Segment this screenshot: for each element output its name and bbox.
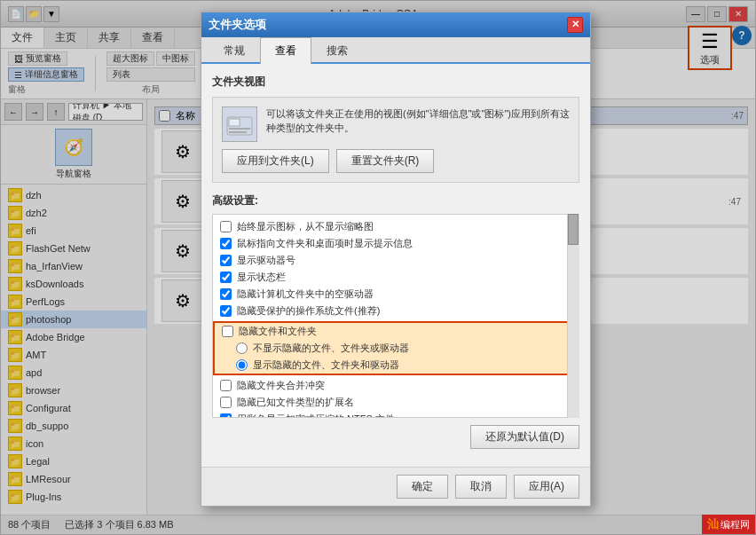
hide-known-ext-checkbox[interactable] <box>220 397 232 408</box>
apply-button[interactable]: 应用(A) <box>514 475 579 499</box>
restore-defaults-button[interactable]: 还原为默认值(D) <box>470 425 579 449</box>
dialog-overlay: 文件夹选项 ✕ 常规 查看 搜索 文件夹视图 <box>1 1 755 534</box>
show-hidden-radio[interactable] <box>236 359 248 371</box>
folder-options-dialog: 文件夹选项 ✕ 常规 查看 搜索 文件夹视图 <box>201 12 591 507</box>
checkbox-hide-empty[interactable]: 隐藏计算机文件夹中的空驱动器 <box>213 286 579 303</box>
ok-button[interactable]: 确定 <box>397 475 448 499</box>
advanced-list: 始终显示图标，从不显示缩略图 鼠标指向文件夹和桌面项时显示提示信息 显示驱动器号 <box>212 214 579 418</box>
svg-rect-1 <box>229 119 240 126</box>
dialog-footer: 确定 取消 应用(A) <box>201 467 590 506</box>
checkbox-show-info[interactable]: 鼠标指向文件夹和桌面项时显示提示信息 <box>213 235 579 252</box>
show-status-checkbox[interactable] <box>220 271 232 283</box>
checkbox-show-icons[interactable]: 始终显示图标，从不显示缩略图 <box>213 218 579 235</box>
folder-view-inner: 可以将该文件夹正在使用的视图(例如"详细信息"或"图标")应用到所有这种类型的文… <box>222 106 570 142</box>
dialog-title-bar: 文件夹选项 ✕ <box>201 12 590 37</box>
restore-btn-container: 还原为默认值(D) <box>212 425 579 449</box>
main-window: 📄 📁 ▼ Adobe Bridge CS4 — □ ✕ 文件 主页 共享 查看… <box>0 0 756 535</box>
dialog-close-button[interactable]: ✕ <box>567 17 583 33</box>
tab-general[interactable]: 常规 <box>209 37 260 64</box>
checkbox-hide-files[interactable]: 隐藏文件和文件夹 <box>215 323 577 340</box>
reset-folder-button[interactable]: 重置文件夹(R) <box>336 149 435 173</box>
no-show-hidden-radio[interactable] <box>236 342 248 354</box>
advanced-title: 高级设置: <box>212 193 579 208</box>
radio-show-hidden[interactable]: 显示隐藏的文件、文件夹和驱动器 <box>215 357 577 374</box>
folder-view-title: 文件夹视图 <box>212 75 579 90</box>
advanced-section: 高级设置: 始终显示图标，从不显示缩略图 鼠标指向文件夹和桌面项时显示 <box>212 193 579 449</box>
watermark-text: 编程网 <box>721 518 750 531</box>
folder-view-buttons: 应用到文件夹(L) 重置文件夹(R) <box>222 149 570 173</box>
dialog-content: 文件夹视图 可以将该文件夹正在使用的视图(例如"详细信息"或"图标")应用到所有… <box>201 64 590 467</box>
scrollbar-thumb[interactable] <box>568 214 579 245</box>
advanced-list-container: 始终显示图标，从不显示缩略图 鼠标指向文件夹和桌面项时显示提示信息 显示驱动器号 <box>212 214 579 418</box>
radio-no-show-hidden[interactable]: 不显示隐藏的文件、文件夹或驱动器 <box>215 340 577 357</box>
hide-system-checkbox[interactable] <box>220 305 232 317</box>
tab-view[interactable]: 查看 <box>260 37 311 64</box>
hide-files-checkbox[interactable] <box>222 326 233 337</box>
hide-files-group: 隐藏文件和文件夹 不显示隐藏的文件、文件夹或驱动器 显示隐藏的文件、文件夹和驱动… <box>213 321 579 375</box>
apply-to-folder-button[interactable]: 应用到文件夹(L) <box>222 149 329 173</box>
folder-view-icon <box>222 106 257 142</box>
show-icons-checkbox[interactable] <box>220 221 232 232</box>
show-drive-checkbox[interactable] <box>220 255 232 266</box>
color-encrypt-checkbox[interactable] <box>220 413 232 418</box>
hide-empty-checkbox[interactable] <box>220 288 232 300</box>
tab-search[interactable]: 搜索 <box>311 37 363 64</box>
show-info-checkbox[interactable] <box>220 238 232 249</box>
dialog-title: 文件夹选项 <box>209 17 266 33</box>
checkbox-hide-known-ext[interactable]: 隐藏已知文件类型的扩展名 <box>213 394 579 411</box>
watermark-badge: 汕 编程网 <box>702 515 755 534</box>
svg-rect-2 <box>229 128 250 130</box>
svg-rect-3 <box>229 131 247 133</box>
checkbox-hide-merge[interactable]: 隐藏文件夹合并冲突 <box>213 377 579 394</box>
watermark-logo: 汕 <box>707 516 719 532</box>
checkbox-color-encrypt[interactable]: 用彩色显示加密或压缩的 NTFS 文件 <box>213 411 579 418</box>
hide-merge-checkbox[interactable] <box>220 380 232 391</box>
folder-view-description: 可以将该文件夹正在使用的视图(例如"详细信息"或"图标")应用到所有这种类型的文… <box>266 106 570 136</box>
dialog-tabs: 常规 查看 搜索 <box>201 37 590 64</box>
scrollbar-track[interactable] <box>567 214 579 418</box>
checkbox-hide-system[interactable]: 隐藏受保护的操作系统文件(推荐) <box>213 303 579 319</box>
checkbox-show-status[interactable]: 显示状态栏 <box>213 269 579 286</box>
folder-view-section: 可以将该文件夹正在使用的视图(例如"详细信息"或"图标")应用到所有这种类型的文… <box>212 97 579 183</box>
checkbox-show-drive[interactable]: 显示驱动器号 <box>213 252 579 269</box>
cancel-button[interactable]: 取消 <box>455 475 507 499</box>
